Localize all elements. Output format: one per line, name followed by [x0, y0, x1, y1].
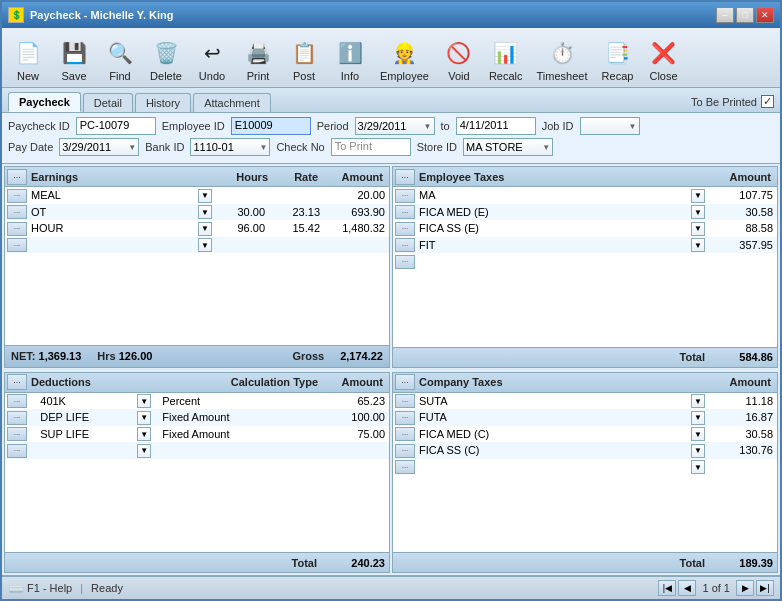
earnings-menu-button[interactable]: ··· [7, 169, 27, 185]
main-window: 💲 Paycheck - Michelle Y. King – □ ✕ 📄 Ne… [0, 0, 782, 601]
employee-tax-dropdown[interactable]: ▼ [691, 189, 705, 203]
employee-tax-dropdown[interactable]: ▼ [691, 205, 705, 219]
save-button[interactable]: 💾 Save [52, 35, 96, 84]
maximize-button[interactable]: □ [736, 7, 754, 23]
employee-tax-add-btn[interactable]: ··· [395, 255, 415, 269]
post-label: Post [293, 70, 315, 82]
employee-button[interactable]: 👷 Employee [374, 35, 435, 84]
company-tax-row-btn[interactable]: ··· [395, 444, 415, 458]
delete-label: Delete [150, 70, 182, 82]
employee-tax-code: MA [417, 187, 689, 204]
deduction-calc-type: Percent [160, 393, 299, 410]
find-label: Find [109, 70, 130, 82]
earnings-dropdown[interactable]: ▼ [198, 222, 212, 236]
employee-tax-dropdown[interactable]: ▼ [691, 222, 705, 236]
check-no-input[interactable]: To Print [331, 138, 411, 156]
delete-button[interactable]: 🗑️ Delete [144, 35, 188, 84]
company-tax-dropdown[interactable]: ▼ [691, 427, 705, 441]
earnings-dropdown[interactable]: ▼ [198, 205, 212, 219]
check-no-label: Check No [276, 141, 324, 153]
employee-id-input[interactable]: E10009 [231, 117, 311, 135]
pay-date-label: Pay Date [8, 141, 53, 153]
company-tax-row-btn[interactable]: ··· [395, 394, 415, 408]
info-icon: ℹ️ [334, 37, 366, 69]
earnings-add-btn[interactable]: ··· [7, 238, 27, 252]
employee-tax-dropdown[interactable]: ▼ [691, 238, 705, 252]
deduction-row-btn[interactable]: ··· [7, 427, 27, 441]
company-tax-dropdown[interactable]: ▼ [691, 444, 705, 458]
employee-taxes-total-value: 584.86 [713, 351, 773, 363]
deduction-add-btn[interactable]: ··· [7, 444, 27, 458]
pay-date-select[interactable]: 3/29/2011▼ [59, 138, 139, 156]
earnings-row-btn[interactable]: ··· [7, 189, 27, 203]
deduction-dropdown[interactable]: ▼ [137, 427, 151, 441]
deduction-row-btn[interactable]: ··· [7, 394, 27, 408]
company-tax-row-btn[interactable]: ··· [395, 411, 415, 425]
bank-id-select[interactable]: 1110-01▼ [190, 138, 270, 156]
job-id-select[interactable]: ▼ [580, 117, 640, 135]
help-key-icon: ⌨️ [8, 581, 24, 596]
void-button[interactable]: 🚫 Void [437, 35, 481, 84]
post-button[interactable]: 📋 Post [282, 35, 326, 84]
recalc-button[interactable]: 📊 Recalc [483, 35, 529, 84]
paycheck-id-input[interactable]: PC-10079 [76, 117, 156, 135]
employee-tax-row-btn[interactable]: ··· [395, 222, 415, 236]
employee-taxes-menu-button[interactable]: ··· [395, 169, 415, 185]
employee-id-label: Employee ID [162, 120, 225, 132]
nav-last-button[interactable]: ▶| [756, 580, 774, 596]
earnings-add-dropdown[interactable]: ▼ [198, 238, 212, 252]
info-button[interactable]: ℹ️ Info [328, 35, 372, 84]
earnings-title: Earnings [29, 171, 222, 183]
period-label: Period [317, 120, 349, 132]
to-be-printed-checkbox[interactable]: ✓ [761, 95, 774, 108]
company-tax-code: FICA SS (C) [417, 442, 689, 459]
deduction-dropdown[interactable]: ▼ [137, 394, 151, 408]
earnings-amount: 693.90 [324, 204, 389, 221]
earnings-row-btn[interactable]: ··· [7, 205, 27, 219]
save-label: Save [61, 70, 86, 82]
tab-detail[interactable]: Detail [83, 93, 133, 112]
hrs-label: Hrs 126.00 [97, 350, 152, 362]
earnings-row-btn[interactable]: ··· [7, 222, 27, 236]
recap-button[interactable]: 📑 Recap [596, 35, 640, 84]
print-button[interactable]: 🖨️ Print [236, 35, 280, 84]
earnings-row: ··· HOUR ▼ 96.00 15.42 1,480.32 [5, 220, 389, 237]
tab-paycheck[interactable]: Paycheck [8, 92, 81, 112]
new-button[interactable]: 📄 New [6, 35, 50, 84]
employee-tax-row-btn[interactable]: ··· [395, 238, 415, 252]
company-taxes-menu-button[interactable]: ··· [395, 374, 415, 390]
tab-history[interactable]: History [135, 93, 191, 112]
nav-next-button[interactable]: ▶ [736, 580, 754, 596]
period-from-select[interactable]: 3/29/2011▼ [355, 117, 435, 135]
deduction-row-btn[interactable]: ··· [7, 411, 27, 425]
delete-icon: 🗑️ [150, 37, 182, 69]
employee-taxes-title: Employee Taxes [417, 171, 705, 183]
undo-button[interactable]: ↩ Undo [190, 35, 234, 84]
company-tax-dropdown[interactable]: ▼ [691, 411, 705, 425]
store-id-select[interactable]: MA STORE▼ [463, 138, 553, 156]
company-tax-row-btn[interactable]: ··· [395, 427, 415, 441]
minimize-button[interactable]: – [716, 7, 734, 23]
deduction-amount: 100.00 [299, 409, 389, 426]
deductions-menu-button[interactable]: ··· [7, 374, 27, 390]
employee-tax-row-btn[interactable]: ··· [395, 189, 415, 203]
nav-prev-button[interactable]: ◀ [678, 580, 696, 596]
bank-id-label: Bank ID [145, 141, 184, 153]
company-tax-add-btn[interactable]: ··· [395, 460, 415, 474]
earnings-dropdown[interactable]: ▼ [198, 189, 212, 203]
close-button[interactable]: ✕ [756, 7, 774, 23]
company-tax-dropdown[interactable]: ▼ [691, 394, 705, 408]
employee-tax-row-btn[interactable]: ··· [395, 205, 415, 219]
nav-first-button[interactable]: |◀ [658, 580, 676, 596]
close-toolbar-button[interactable]: ❌ Close [642, 35, 686, 84]
timesheet-button[interactable]: ⏱️ Timesheet [531, 35, 594, 84]
to-label: to [441, 120, 450, 132]
period-to-input[interactable]: 4/11/2011 [456, 117, 536, 135]
find-button[interactable]: 🔍 Find [98, 35, 142, 84]
company-tax-add-dropdown[interactable]: ▼ [691, 460, 705, 474]
earnings-hours: 30.00 [214, 204, 269, 221]
tab-attachment[interactable]: Attachment [193, 93, 271, 112]
deduction-add-dropdown[interactable]: ▼ [137, 444, 151, 458]
deduction-dropdown[interactable]: ▼ [137, 411, 151, 425]
help-text: F1 - Help [27, 582, 72, 594]
